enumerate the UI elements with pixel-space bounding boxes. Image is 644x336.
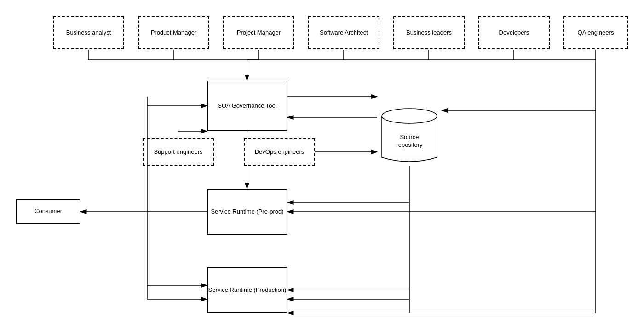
svg-text:repository: repository [396,141,423,148]
role-software-architect: Software Architect [308,16,380,49]
service-runtime-prod: Service Runtime (Production) [207,267,288,313]
soa-governance-tool: SOA Governance Tool [207,81,288,131]
consumer-box: Consumer [16,199,80,224]
support-engineers: Support engineers [143,138,214,166]
svg-point-1 [382,109,437,123]
role-product-manager: Product Manager [138,16,209,49]
role-project-manager: Project Manager [223,16,294,49]
svg-text:Source: Source [400,133,419,140]
role-business-analyst: Business analyst [53,16,124,49]
service-runtime-preprod: Service Runtime (Pre-prod) [207,189,288,235]
role-business-leaders: Business leaders [393,16,465,49]
role-qa-engineers: QA engineers [564,16,628,49]
source-repository: Source repository [377,106,442,166]
devops-engineers: DevOps engineers [244,138,315,166]
role-developers: Developers [478,16,550,49]
